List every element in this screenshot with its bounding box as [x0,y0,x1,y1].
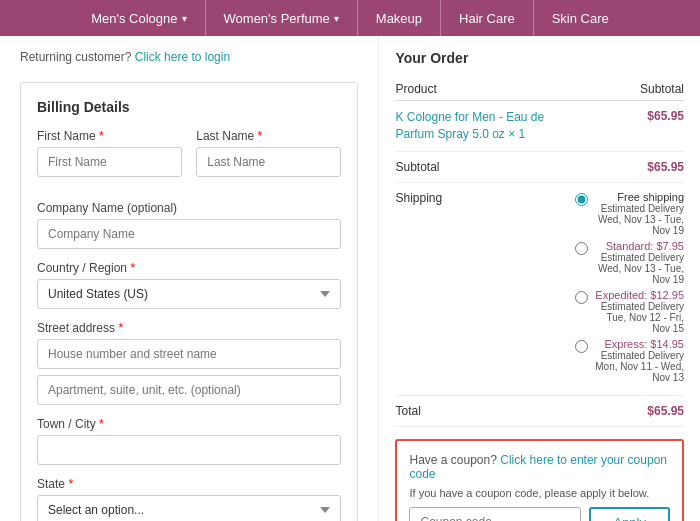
company-name-label: Company Name (optional) [37,201,341,215]
subtotal-row: Subtotal $65.95 [395,151,684,182]
standard-shipping-radio[interactable] [575,242,588,255]
required-indicator: * [118,321,123,335]
standard-shipping-delivery: Estimated DeliveryWed, Nov 13 - Tue, Nov… [592,252,684,285]
chevron-down-icon: ▾ [334,13,339,24]
total-label: Total [395,395,574,426]
express-shipping-label: Express: $14.95 [605,338,685,350]
street-address-label: Street address * [37,321,341,335]
order-title: Your Order [395,50,684,66]
nav-label: Men's Cologne [91,11,177,26]
nav-label: Makeup [376,11,422,26]
right-column: Your Order Product Subtotal K Cologne fo… [379,36,700,521]
subtotal-header: Subtotal [575,78,684,101]
state-label: State * [37,477,341,491]
total-row: Total $65.95 [395,395,684,426]
nav-label: Women's Perfume [224,11,330,26]
state-group: State * Select an option... [37,477,341,521]
company-name-input[interactable] [37,219,341,249]
shipping-row: Shipping Free shipping Estimated Deliver… [395,182,684,395]
express-shipping-option: Express: $14.95 Estimated DeliveryMon, N… [575,338,684,383]
shipping-label: Shipping [395,182,574,395]
top-navigation: Men's Cologne ▾ Women's Perfume ▾ Makeup… [0,0,700,36]
last-name-input[interactable] [196,147,341,177]
required-indicator: * [258,129,263,143]
company-name-group: Company Name (optional) [37,201,341,249]
product-name: K Cologne for Men - Eau de Parfum Spray … [395,110,544,141]
subtotal-label: Subtotal [395,151,574,182]
last-name-label: Last Name * [196,129,341,143]
free-shipping-label: Free shipping [592,191,684,203]
coupon-code-input[interactable] [409,507,581,521]
nav-mens-cologne[interactable]: Men's Cologne ▾ [73,0,205,36]
street-address-group: Street address * [37,321,341,405]
left-column: Returning customer? Click here to login … [0,36,379,521]
coupon-subtitle: If you have a coupon code, please apply … [409,487,670,499]
login-link[interactable]: Click here to login [135,50,230,64]
free-shipping-radio[interactable] [575,193,588,206]
chevron-down-icon: ▾ [182,13,187,24]
last-name-group: Last Name * [196,129,341,177]
state-select[interactable]: Select an option... [37,495,341,521]
country-select[interactable]: United States (US) [37,279,341,309]
coupon-section: Have a coupon? Click here to enter your … [395,439,684,521]
country-label: Country / Region * [37,261,341,275]
nav-label: Skin Care [552,11,609,26]
billing-title: Billing Details [37,99,341,115]
apply-button[interactable]: Apply [589,507,670,521]
town-city-label: Town / City * [37,417,341,431]
standard-shipping-label: Standard: $7.95 [606,240,684,252]
nav-skin-care[interactable]: Skin Care [534,0,627,36]
shipping-options: Free shipping Estimated DeliveryWed, Nov… [575,191,684,383]
expedited-shipping-label: Expedited: $12.95 [595,289,684,301]
nav-makeup[interactable]: Makeup [358,0,441,36]
nav-label: Hair Care [459,11,515,26]
billing-details-section: Billing Details First Name * Last Name * [20,82,358,521]
returning-text: Returning customer? [20,50,131,64]
standard-shipping-details: Standard: $7.95 Estimated DeliveryWed, N… [592,240,684,285]
nav-hair-care[interactable]: Hair Care [441,0,534,36]
coupon-title: Have a coupon? Click here to enter your … [409,453,670,481]
coupon-input-row: Apply [409,507,670,521]
expedited-shipping-delivery: Estimated DeliveryTue, Nov 12 - Fri, Nov… [592,301,684,334]
express-shipping-radio[interactable] [575,340,588,353]
express-shipping-details: Express: $14.95 Estimated DeliveryMon, N… [592,338,684,383]
standard-shipping-option: Standard: $7.95 Estimated DeliveryWed, N… [575,240,684,285]
first-name-input[interactable] [37,147,182,177]
first-name-group: First Name * [37,129,182,177]
product-price: $65.95 [647,109,684,123]
order-table: Product Subtotal K Cologne for Men - Eau… [395,78,684,427]
town-city-input[interactable] [37,435,341,465]
subtotal-value: $65.95 [647,160,684,174]
first-name-label: First Name * [37,129,182,143]
name-row: First Name * Last Name * [37,129,341,189]
street-address-input-1[interactable] [37,339,341,369]
free-shipping-delivery: Estimated DeliveryWed, Nov 13 - Tue, Nov… [592,203,684,236]
required-indicator: * [99,417,104,431]
total-value: $65.95 [647,404,684,418]
product-row: K Cologne for Men - Eau de Parfum Spray … [395,101,684,152]
town-city-group: Town / City * [37,417,341,465]
free-shipping-details: Free shipping Estimated DeliveryWed, Nov… [592,191,684,236]
free-shipping-option: Free shipping Estimated DeliveryWed, Nov… [575,191,684,236]
product-header: Product [395,78,574,101]
country-group: Country / Region * United States (US) [37,261,341,309]
required-indicator: * [130,261,135,275]
express-shipping-delivery: Estimated DeliveryMon, Nov 11 - Wed, Nov… [592,350,684,383]
street-address-input-2[interactable] [37,375,341,405]
nav-womens-perfume[interactable]: Women's Perfume ▾ [206,0,358,36]
expedited-shipping-radio[interactable] [575,291,588,304]
returning-customer-bar: Returning customer? Click here to login [20,50,358,64]
expedited-shipping-details: Expedited: $12.95 Estimated DeliveryTue,… [592,289,684,334]
required-indicator: * [99,129,104,143]
expedited-shipping-option: Expedited: $12.95 Estimated DeliveryTue,… [575,289,684,334]
required-indicator: * [68,477,73,491]
